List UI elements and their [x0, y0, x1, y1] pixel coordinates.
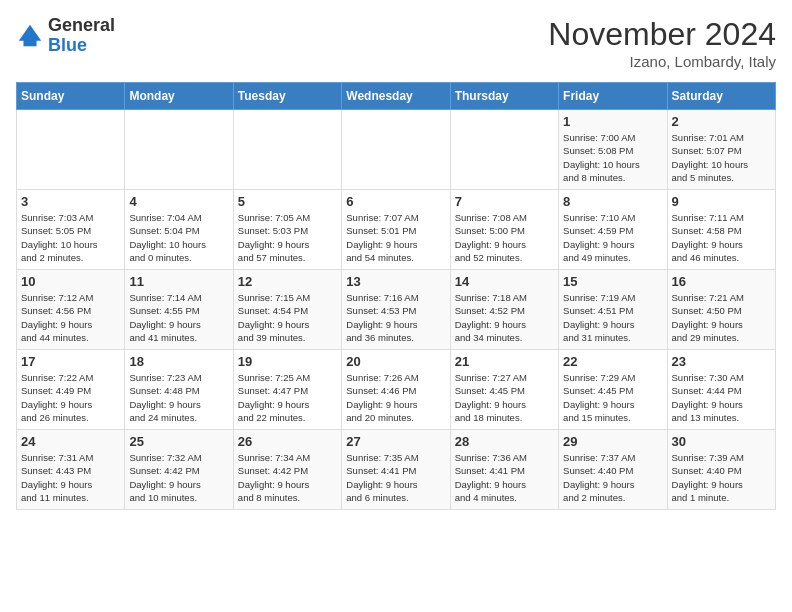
logo-blue-text: Blue [48, 35, 87, 55]
calendar-cell: 28Sunrise: 7:36 AMSunset: 4:41 PMDayligh… [450, 430, 558, 510]
day-info: Sunrise: 7:15 AMSunset: 4:54 PMDaylight:… [238, 291, 337, 344]
calendar-cell [17, 110, 125, 190]
day-number: 21 [455, 354, 554, 369]
calendar-cell: 14Sunrise: 7:18 AMSunset: 4:52 PMDayligh… [450, 270, 558, 350]
calendar-cell: 20Sunrise: 7:26 AMSunset: 4:46 PMDayligh… [342, 350, 450, 430]
day-info: Sunrise: 7:36 AMSunset: 4:41 PMDaylight:… [455, 451, 554, 504]
svg-rect-1 [23, 39, 36, 46]
col-monday: Monday [125, 83, 233, 110]
calendar-cell: 21Sunrise: 7:27 AMSunset: 4:45 PMDayligh… [450, 350, 558, 430]
location-subtitle: Izano, Lombardy, Italy [548, 53, 776, 70]
calendar-cell: 4Sunrise: 7:04 AMSunset: 5:04 PMDaylight… [125, 190, 233, 270]
day-number: 16 [672, 274, 771, 289]
logo-general-text: General [48, 15, 115, 35]
day-info: Sunrise: 7:37 AMSunset: 4:40 PMDaylight:… [563, 451, 662, 504]
calendar-cell: 24Sunrise: 7:31 AMSunset: 4:43 PMDayligh… [17, 430, 125, 510]
title-block: November 2024 Izano, Lombardy, Italy [548, 16, 776, 70]
col-friday: Friday [559, 83, 667, 110]
day-info: Sunrise: 7:21 AMSunset: 4:50 PMDaylight:… [672, 291, 771, 344]
day-info: Sunrise: 7:23 AMSunset: 4:48 PMDaylight:… [129, 371, 228, 424]
day-number: 2 [672, 114, 771, 129]
day-info: Sunrise: 7:11 AMSunset: 4:58 PMDaylight:… [672, 211, 771, 264]
calendar-cell: 1Sunrise: 7:00 AMSunset: 5:08 PMDaylight… [559, 110, 667, 190]
calendar-cell: 17Sunrise: 7:22 AMSunset: 4:49 PMDayligh… [17, 350, 125, 430]
svg-marker-0 [19, 25, 41, 41]
calendar-cell: 13Sunrise: 7:16 AMSunset: 4:53 PMDayligh… [342, 270, 450, 350]
day-info: Sunrise: 7:39 AMSunset: 4:40 PMDaylight:… [672, 451, 771, 504]
day-number: 7 [455, 194, 554, 209]
day-number: 18 [129, 354, 228, 369]
day-number: 29 [563, 434, 662, 449]
col-saturday: Saturday [667, 83, 775, 110]
calendar-cell [342, 110, 450, 190]
day-number: 25 [129, 434, 228, 449]
day-number: 19 [238, 354, 337, 369]
col-wednesday: Wednesday [342, 83, 450, 110]
day-info: Sunrise: 7:32 AMSunset: 4:42 PMDaylight:… [129, 451, 228, 504]
day-info: Sunrise: 7:34 AMSunset: 4:42 PMDaylight:… [238, 451, 337, 504]
calendar-cell: 22Sunrise: 7:29 AMSunset: 4:45 PMDayligh… [559, 350, 667, 430]
day-number: 24 [21, 434, 120, 449]
calendar-cell [233, 110, 341, 190]
day-number: 20 [346, 354, 445, 369]
day-info: Sunrise: 7:22 AMSunset: 4:49 PMDaylight:… [21, 371, 120, 424]
calendar-cell: 8Sunrise: 7:10 AMSunset: 4:59 PMDaylight… [559, 190, 667, 270]
day-info: Sunrise: 7:10 AMSunset: 4:59 PMDaylight:… [563, 211, 662, 264]
day-number: 1 [563, 114, 662, 129]
calendar-cell: 6Sunrise: 7:07 AMSunset: 5:01 PMDaylight… [342, 190, 450, 270]
day-number: 14 [455, 274, 554, 289]
calendar-cell: 30Sunrise: 7:39 AMSunset: 4:40 PMDayligh… [667, 430, 775, 510]
logo-icon [16, 22, 44, 50]
day-number: 12 [238, 274, 337, 289]
calendar-cell: 11Sunrise: 7:14 AMSunset: 4:55 PMDayligh… [125, 270, 233, 350]
col-sunday: Sunday [17, 83, 125, 110]
calendar-cell: 26Sunrise: 7:34 AMSunset: 4:42 PMDayligh… [233, 430, 341, 510]
calendar-cell: 19Sunrise: 7:25 AMSunset: 4:47 PMDayligh… [233, 350, 341, 430]
calendar-cell: 5Sunrise: 7:05 AMSunset: 5:03 PMDaylight… [233, 190, 341, 270]
calendar-cell: 16Sunrise: 7:21 AMSunset: 4:50 PMDayligh… [667, 270, 775, 350]
day-info: Sunrise: 7:12 AMSunset: 4:56 PMDaylight:… [21, 291, 120, 344]
calendar-cell: 29Sunrise: 7:37 AMSunset: 4:40 PMDayligh… [559, 430, 667, 510]
header-row: Sunday Monday Tuesday Wednesday Thursday… [17, 83, 776, 110]
day-number: 15 [563, 274, 662, 289]
calendar-cell: 2Sunrise: 7:01 AMSunset: 5:07 PMDaylight… [667, 110, 775, 190]
calendar-cell: 7Sunrise: 7:08 AMSunset: 5:00 PMDaylight… [450, 190, 558, 270]
col-tuesday: Tuesday [233, 83, 341, 110]
calendar-week-row: 10Sunrise: 7:12 AMSunset: 4:56 PMDayligh… [17, 270, 776, 350]
day-number: 4 [129, 194, 228, 209]
calendar-cell: 12Sunrise: 7:15 AMSunset: 4:54 PMDayligh… [233, 270, 341, 350]
day-info: Sunrise: 7:08 AMSunset: 5:00 PMDaylight:… [455, 211, 554, 264]
day-number: 26 [238, 434, 337, 449]
calendar-cell: 23Sunrise: 7:30 AMSunset: 4:44 PMDayligh… [667, 350, 775, 430]
page-header: General Blue November 2024 Izano, Lombar… [16, 16, 776, 70]
calendar-header: Sunday Monday Tuesday Wednesday Thursday… [17, 83, 776, 110]
calendar-cell: 3Sunrise: 7:03 AMSunset: 5:05 PMDaylight… [17, 190, 125, 270]
day-info: Sunrise: 7:30 AMSunset: 4:44 PMDaylight:… [672, 371, 771, 424]
day-info: Sunrise: 7:05 AMSunset: 5:03 PMDaylight:… [238, 211, 337, 264]
day-number: 28 [455, 434, 554, 449]
calendar-week-row: 24Sunrise: 7:31 AMSunset: 4:43 PMDayligh… [17, 430, 776, 510]
calendar-table: Sunday Monday Tuesday Wednesday Thursday… [16, 82, 776, 510]
day-number: 13 [346, 274, 445, 289]
day-number: 22 [563, 354, 662, 369]
calendar-cell: 9Sunrise: 7:11 AMSunset: 4:58 PMDaylight… [667, 190, 775, 270]
calendar-body: 1Sunrise: 7:00 AMSunset: 5:08 PMDaylight… [17, 110, 776, 510]
calendar-week-row: 17Sunrise: 7:22 AMSunset: 4:49 PMDayligh… [17, 350, 776, 430]
day-info: Sunrise: 7:27 AMSunset: 4:45 PMDaylight:… [455, 371, 554, 424]
day-info: Sunrise: 7:29 AMSunset: 4:45 PMDaylight:… [563, 371, 662, 424]
calendar-cell [125, 110, 233, 190]
day-number: 17 [21, 354, 120, 369]
day-number: 11 [129, 274, 228, 289]
day-number: 9 [672, 194, 771, 209]
day-info: Sunrise: 7:01 AMSunset: 5:07 PMDaylight:… [672, 131, 771, 184]
day-number: 10 [21, 274, 120, 289]
day-number: 6 [346, 194, 445, 209]
day-info: Sunrise: 7:00 AMSunset: 5:08 PMDaylight:… [563, 131, 662, 184]
day-info: Sunrise: 7:16 AMSunset: 4:53 PMDaylight:… [346, 291, 445, 344]
day-info: Sunrise: 7:14 AMSunset: 4:55 PMDaylight:… [129, 291, 228, 344]
day-info: Sunrise: 7:26 AMSunset: 4:46 PMDaylight:… [346, 371, 445, 424]
day-info: Sunrise: 7:25 AMSunset: 4:47 PMDaylight:… [238, 371, 337, 424]
day-info: Sunrise: 7:35 AMSunset: 4:41 PMDaylight:… [346, 451, 445, 504]
day-info: Sunrise: 7:31 AMSunset: 4:43 PMDaylight:… [21, 451, 120, 504]
day-info: Sunrise: 7:18 AMSunset: 4:52 PMDaylight:… [455, 291, 554, 344]
